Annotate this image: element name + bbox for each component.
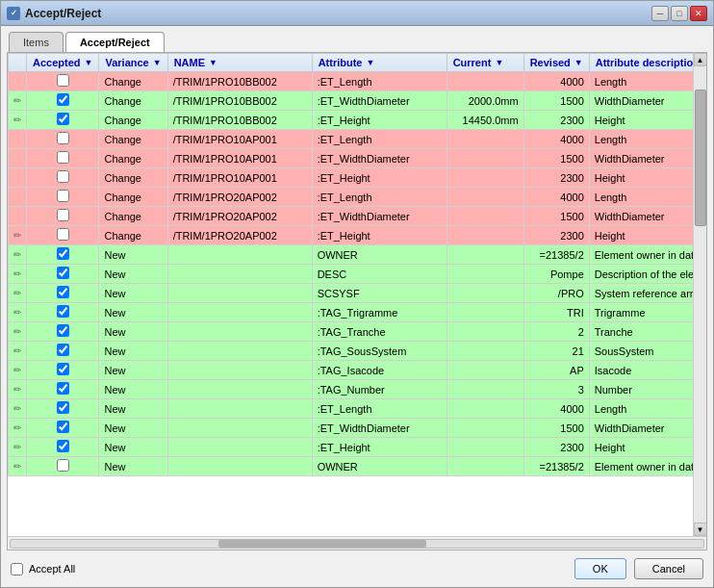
variance-cell: Change [99,188,167,207]
row-checkbox[interactable] [57,113,69,125]
table-row: ✏New:ET_Height2300Height [9,438,694,457]
col-header-variance[interactable]: Variance ▼ [99,54,167,72]
horizontal-scrollbar[interactable] [10,539,704,549]
attribute-cell: :ET_Length [312,72,446,91]
footer-buttons: OK Cancel [574,558,703,579]
row-checkbox[interactable] [57,247,69,260]
row-checkbox[interactable] [57,344,69,356]
col-header-name[interactable]: NAME ▼ [167,54,312,72]
pencil-cell[interactable] [9,149,27,168]
filter-icon-revised[interactable]: ▼ [574,58,583,67]
revised-cell: =21385/2 [523,457,589,476]
ok-button[interactable]: OK [574,558,626,579]
pencil-cell[interactable]: ✏ [9,342,27,361]
attribute-cell: :TAG_Trigramme [312,303,446,322]
filter-icon-attribute[interactable]: ▼ [366,58,374,67]
row-checkbox[interactable] [57,305,69,318]
pencil-cell[interactable]: ✏ [9,265,27,284]
pencil-cell[interactable]: ✏ [9,399,27,419]
pencil-cell[interactable]: ✏ [9,361,27,380]
revised-cell: 1500 [523,207,589,226]
pencil-cell[interactable]: ✏ [9,380,27,399]
tab-accept-reject[interactable]: Accept/Reject [65,32,165,52]
description-cell: Height [589,168,693,188]
maximize-button[interactable]: □ [671,6,688,21]
row-checkbox[interactable] [57,228,69,241]
filter-icon-accepted[interactable]: ▼ [85,58,93,67]
row-checkbox[interactable] [57,190,69,202]
pencil-cell[interactable]: ✏ [9,284,27,303]
pencil-cell[interactable] [9,130,27,149]
revised-cell: Pompe [523,265,589,284]
row-checkbox[interactable] [57,324,69,337]
revised-cell: 1500 [523,91,589,111]
pencil-cell[interactable]: ✏ [9,91,27,111]
row-checkbox[interactable] [57,209,69,221]
current-cell [446,130,523,149]
variance-cell: Change [99,91,167,111]
description-cell: Height [589,111,693,130]
minimize-button[interactable]: ─ [651,6,669,21]
pencil-cell[interactable] [9,188,27,207]
scroll-down-button[interactable]: ▼ [694,523,707,536]
pencil-cell[interactable]: ✏ [9,111,27,130]
pencil-cell[interactable]: ✏ [9,419,27,438]
table-scroll[interactable]: Accepted ▼ Variance ▼ [8,53,693,536]
col-header-description[interactable]: Attribute description ▼ [589,54,693,72]
table-row: Change/TRIM/1PRO10BB002:ET_Length4000Len… [9,72,694,91]
scroll-track[interactable] [694,66,707,523]
row-checkbox[interactable] [57,170,69,183]
tab-items[interactable]: Items [9,32,64,52]
revised-cell: 3 [523,380,589,399]
filter-icon-variance[interactable]: ▼ [153,58,162,67]
row-checkbox[interactable] [57,286,69,298]
pencil-cell[interactable]: ✏ [9,322,27,342]
row-checkbox[interactable] [57,382,69,395]
title-bar-text: ✓ Accept/Reject [7,7,101,20]
accept-all-checkbox[interactable] [11,563,23,575]
row-checkbox[interactable] [57,401,69,414]
filter-icon-current[interactable]: ▼ [495,58,503,67]
name-cell: /TRIM/1PRO10AP001 [167,149,312,168]
vertical-scrollbar[interactable]: ▲ ▼ [693,53,706,536]
pencil-cell[interactable] [9,207,27,226]
attribute-cell: :TAG_SousSystem [312,342,446,361]
row-checkbox[interactable] [57,363,69,375]
current-cell [446,322,523,342]
row-checkbox[interactable] [57,459,69,472]
row-checkbox[interactable] [57,132,69,144]
col-header-attribute[interactable]: Attribute ▼ [312,54,446,72]
current-cell [446,380,523,399]
row-checkbox[interactable] [57,74,69,87]
h-scroll-thumb[interactable] [218,540,426,548]
cancel-button[interactable]: Cancel [634,558,703,579]
row-checkbox[interactable] [57,151,69,164]
attribute-cell: :ET_WidthDiameter [312,207,446,226]
pencil-cell[interactable]: ✏ [9,245,27,265]
pencil-cell[interactable]: ✏ [9,226,27,245]
pencil-cell[interactable] [9,72,27,91]
scroll-up-button[interactable]: ▲ [694,53,707,66]
variance-cell: Change [99,149,167,168]
name-cell [167,284,312,303]
attribute-cell: :ET_WidthDiameter [312,91,446,111]
row-checkbox[interactable] [57,421,69,433]
close-button[interactable]: ✕ [690,6,707,21]
row-checkbox[interactable] [57,267,69,279]
revised-cell: 4000 [523,399,589,419]
scroll-thumb[interactable] [695,89,706,226]
pencil-cell[interactable]: ✏ [9,438,27,457]
name-cell [167,342,312,361]
pencil-cell[interactable]: ✏ [9,457,27,476]
pencil-cell[interactable] [9,168,27,188]
row-checkbox[interactable] [57,440,69,452]
col-header-current[interactable]: Current ▼ [446,54,523,72]
col-header-pencil [9,54,27,72]
row-checkbox[interactable] [57,93,69,106]
col-header-accepted[interactable]: Accepted ▼ [27,54,99,72]
table-row: ✏New:TAG_Number3Number [9,380,694,399]
col-header-revised[interactable]: Revised ▼ [523,54,589,72]
revised-cell: 1500 [523,149,589,168]
pencil-cell[interactable]: ✏ [9,303,27,322]
filter-icon-name[interactable]: ▼ [209,58,217,67]
